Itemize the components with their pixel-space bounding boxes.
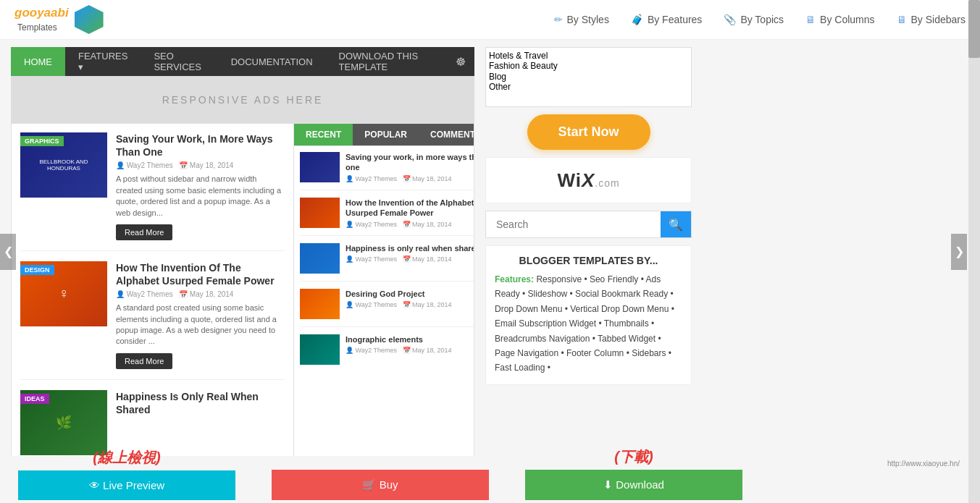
category-label-ideas: IDEAS — [20, 394, 49, 404]
post-thumbnail-1: GRAPHICS BELLBROOK ANDHONDURAS — [20, 132, 107, 198]
blog-nav-download[interactable]: DOWNLOAD THIS TEMPLATE — [326, 47, 447, 76]
bottom-bar: (線上檢視) 👁 Live Preview 🛒 Buy (下載) ⬇ Downl… — [0, 456, 967, 503]
topics-select-wrapper: Hotels & Travel Fashion & Beauty Blog Ot… — [486, 48, 691, 106]
post-title-2: How The Invention Of The Alphabet Usurpe… — [116, 261, 285, 287]
right-arrow[interactable]: ❯ — [951, 234, 967, 270]
sidebar-icon: 🖥 — [897, 14, 907, 25]
topics-box: Hotels & Travel Fashion & Beauty Blog Ot… — [485, 47, 692, 107]
download-chinese-label: (下載) — [614, 447, 653, 467]
post-title-3: Happiness Is Only Real When Shared — [116, 390, 285, 416]
top-navigation: gooyaabi Templates ✏ By Styles 🧳 By Feat… — [0, 0, 980, 40]
scrollbar-thumb[interactable] — [968, 0, 980, 58]
search-input[interactable] — [486, 211, 661, 237]
features-label: Features: — [495, 274, 534, 284]
tab-comments[interactable]: COMMENTS — [419, 124, 474, 145]
list-item: Inographic elements 👤 Way2 Themes 📅 May … — [300, 334, 474, 372]
read-more-button-1[interactable]: Read More — [116, 224, 172, 240]
recent-title-5: Inographic elements — [345, 334, 474, 345]
download-section: (下載) ⬇ Download — [507, 456, 761, 503]
blog-nav-docs[interactable]: DOCUMENTATION — [218, 47, 326, 76]
recent-meta-2: 👤 Way2 Themes 📅 May 18, 2014 — [345, 221, 474, 228]
tabs-row: RECENT POPULAR COMMENTS — [294, 124, 474, 146]
features-text: Responsive • Seo Friendly • Ads Ready • … — [495, 274, 674, 373]
recent-thumb-4 — [300, 289, 340, 319]
recent-meta-3: 👤 Way2 Themes 📅 May 18, 2014 — [345, 255, 474, 263]
download-button[interactable]: ⬇ Download — [525, 470, 742, 500]
nav-by-sidebars[interactable]: 🖥 By Sidebars — [897, 14, 966, 25]
recent-content-2: How the Invention of the Alphabet Usurpe… — [345, 198, 474, 228]
posts-list: GRAPHICS BELLBROOK ANDHONDURAS Saving Yo… — [12, 124, 294, 495]
blog-nav-home[interactable]: HOME — [11, 47, 65, 76]
watermark: http://www.xiaoyue.hn/ — [761, 456, 967, 471]
category-label-design: DESIGN — [20, 265, 54, 275]
post-content-2: How The Invention Of The Alphabet Usurpe… — [116, 261, 285, 369]
nav-by-styles[interactable]: ✏ By Styles — [554, 14, 609, 25]
recent-content-4: Desiring God Project 👤 Way2 Themes 📅 May… — [345, 289, 474, 319]
recent-content-3: Happiness is only real when shared 👤 Way… — [345, 243, 474, 274]
recent-thumb-3 — [300, 243, 340, 274]
live-preview-button[interactable]: 👁 Live Preview — [18, 470, 235, 500]
topics-select[interactable]: Hotels & Travel Fashion & Beauty Blog Ot… — [486, 48, 691, 106]
table-row: DESIGN ♀ How The Invention Of The Alphab… — [20, 261, 285, 380]
nav-by-topics[interactable]: 📎 By Topics — [724, 14, 784, 25]
tab-popular[interactable]: POPULAR — [353, 124, 419, 145]
table-row: IDEAS 🌿 Happiness Is Only Real When Shar… — [20, 390, 285, 455]
post-thumbnail-2: DESIGN ♀ — [20, 261, 107, 326]
post-excerpt-1: A post without sidebar and narrow width … — [116, 174, 285, 219]
buy-section: 🛒 Buy — [254, 456, 507, 503]
recent-title-4: Desiring God Project — [345, 289, 474, 299]
recent-meta-4: 👤 Way2 Themes 📅 May 18, 2014 — [345, 301, 474, 308]
recent-meta-5: 👤 Way2 Themes 📅 May 18, 2014 — [345, 347, 474, 354]
recent-thumb-5 — [300, 334, 340, 365]
share-icon[interactable]: ☸ — [447, 55, 474, 69]
post-meta-1: 👤 Way2 Themes 📅 May 18, 2014 — [116, 161, 285, 169]
posts-right: RECENT POPULAR COMMENTS Saving your work… — [294, 124, 474, 495]
search-box: 🔍 — [485, 211, 692, 238]
ads-banner: RESPONSIVE ADS HERE — [11, 76, 474, 123]
blogger-features: Features: Responsive • Seo Friendly • Ad… — [495, 272, 682, 376]
table-row: GRAPHICS BELLBROOK ANDHONDURAS Saving Yo… — [20, 132, 285, 251]
nav-by-features[interactable]: 🧳 By Features — [631, 14, 702, 25]
list-item: Happiness is only real when shared 👤 Way… — [300, 243, 474, 282]
logo-area: gooyaabi Templates — [14, 5, 104, 34]
bag-icon: 🧳 — [631, 14, 643, 25]
recent-title-3: Happiness is only real when shared — [345, 243, 474, 253]
post-excerpt-2: A standard post created using some basic… — [116, 303, 285, 347]
wix-ad: WiX.com — [485, 157, 692, 203]
recent-thumb-1 — [300, 152, 340, 182]
posts-two-col: GRAPHICS BELLBROOK ANDHONDURAS Saving Yo… — [12, 124, 474, 495]
list-item: Desiring God Project 👤 Way2 Themes 📅 May… — [300, 289, 474, 327]
post-content-3: Happiness Is Only Real When Shared — [116, 390, 285, 455]
read-more-button-2[interactable]: Read More — [116, 353, 172, 369]
left-arrow[interactable]: ❮ — [0, 234, 16, 270]
recent-content-1: Saving your work, in more ways than one … — [345, 152, 474, 182]
start-now-button[interactable]: Start Now — [527, 114, 650, 150]
bottom-sidebar-spacer: http://www.xiaoyue.hn/ — [761, 456, 967, 503]
search-icon: 🔍 — [669, 218, 683, 232]
live-preview-chinese-label: (線上檢視) — [93, 448, 160, 468]
blog-nav-features[interactable]: FEATURES ▾ — [65, 47, 141, 76]
posts-area: GRAPHICS BELLBROOK ANDHONDURAS Saving Yo… — [11, 123, 474, 496]
post-content-1: Saving Your Work, In More Ways Than One … — [116, 132, 285, 240]
main-content: HOME FEATURES ▾ SEO SERVICES DOCUMENTATI… — [0, 40, 980, 503]
monitor-icon: 🖥 — [805, 14, 816, 25]
post-thumbnail-3: IDEAS 🌿 — [20, 390, 107, 455]
recent-thumb-2 — [300, 198, 340, 228]
category-label-graphics: GRAPHICS — [20, 136, 64, 146]
blogger-section: BLOGGER TEMPLATES BY... Features: Respon… — [485, 245, 692, 385]
logo-text: gooyaabi Templates — [14, 6, 69, 33]
recent-posts-list: Saving your work, in more ways than one … — [294, 146, 474, 472]
list-item: Saving your work, in more ways than one … — [300, 152, 474, 190]
logo-icon — [75, 5, 104, 34]
recent-title-1: Saving your work, in more ways than one — [345, 152, 474, 173]
tab-recent[interactable]: RECENT — [294, 124, 353, 145]
pencil-icon: ✏ — [554, 14, 563, 25]
nav-by-columns[interactable]: 🖥 By Columns — [805, 14, 874, 25]
search-button[interactable]: 🔍 — [661, 211, 691, 237]
recent-meta-1: 👤 Way2 Themes 📅 May 18, 2014 — [345, 175, 474, 182]
scrollbar-right[interactable] — [968, 0, 980, 503]
post-title-1: Saving Your Work, In More Ways Than One — [116, 132, 285, 158]
left-column: HOME FEATURES ▾ SEO SERVICES DOCUMENTATI… — [11, 47, 474, 496]
buy-button[interactable]: 🛒 Buy — [272, 470, 489, 500]
blog-nav-seo[interactable]: SEO SERVICES — [141, 47, 217, 76]
